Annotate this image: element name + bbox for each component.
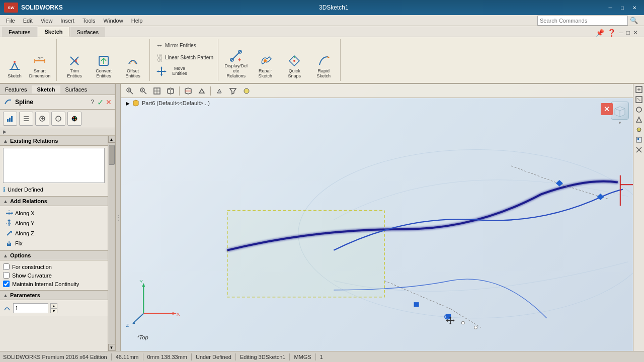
menu-edit[interactable]: Edit [19, 17, 37, 25]
right-btn-7[interactable] [634, 145, 643, 154]
tab-features-panel[interactable]: Features [0, 85, 32, 94]
tab-surfaces[interactable]: Surfaces [70, 27, 105, 37]
svg-point-3 [14, 61, 16, 63]
parameters-header[interactable]: ▲ Parameters [0, 290, 108, 300]
rapid-sketch-button[interactable]: Rapid Sketch [310, 52, 337, 80]
svg-marker-44 [12, 212, 13, 215]
sketch-canvas[interactable]: X Y Z *Top [121, 84, 633, 351]
maximize-button[interactable]: □ [617, 3, 628, 12]
right-panel [633, 84, 644, 351]
svg-line-108 [637, 98, 640, 101]
options-header[interactable]: ▲ Options [0, 250, 108, 260]
view-cube[interactable] [611, 102, 629, 120]
confirm-button[interactable]: ✓ [97, 98, 104, 107]
convert-entities-label: Convert Entities [92, 69, 116, 79]
param-icon [3, 304, 11, 312]
repair-sketch-button[interactable]: Repair Sketch [252, 52, 279, 80]
existing-relations-box[interactable] [3, 148, 105, 183]
panel-icon-list[interactable] [19, 112, 33, 126]
sw-logo-corner: ▼ [618, 121, 622, 125]
tab-sketch-panel[interactable]: Sketch [32, 85, 60, 94]
svg-marker-96 [173, 312, 177, 315]
scroll-up-arrow[interactable]: ▲ [108, 136, 115, 143]
tab-sketch[interactable]: Sketch [38, 27, 69, 37]
for-construction-checkbox[interactable] [3, 263, 10, 270]
svg-rect-0 [10, 69, 20, 70]
sketch-button[interactable]: Sketch [5, 57, 24, 80]
status-sep-4 [235, 353, 236, 360]
pin-icon: 📌 [596, 29, 604, 37]
offset-entities-button[interactable]: Offset Entities [119, 52, 146, 80]
menu-view[interactable]: View [37, 17, 57, 25]
right-btn-2[interactable] [634, 95, 643, 104]
menu-window[interactable]: Window [100, 17, 127, 25]
window-title: 3DSketch1 [319, 4, 349, 11]
right-btn-6[interactable] [634, 135, 643, 144]
smart-dimension-icon: dim [32, 53, 48, 69]
add-relations-header[interactable]: ▲ Add Relations [0, 196, 108, 206]
convert-entities-button[interactable]: Convert Entities [90, 52, 117, 80]
view-cube-area: ▼ [611, 102, 629, 125]
existing-relations-header[interactable]: ▲ Existing Relations [0, 136, 108, 146]
relation-along-z[interactable]: Along Z [3, 228, 105, 238]
right-btn-1[interactable] [634, 85, 643, 94]
tab-features[interactable]: Features [2, 27, 37, 37]
menu-tools[interactable]: Tools [78, 17, 100, 25]
trim-entities-icon [66, 53, 83, 69]
close-button[interactable]: ✕ [629, 3, 640, 12]
menu-insert[interactable]: Insert [56, 17, 78, 25]
along-z-icon [5, 229, 13, 237]
relation-fix[interactable]: Fix [3, 238, 105, 248]
svg-point-39 [73, 117, 74, 119]
scroll-down-arrow[interactable]: ▼ [108, 344, 115, 351]
right-btn-3[interactable] [634, 105, 643, 114]
ribbon-group-relations: Display/Delete Relations Repair Sketch [219, 39, 341, 81]
panel-icon-add[interactable] [35, 112, 49, 126]
parameter-row: ▲ ▼ [3, 302, 105, 314]
statusbar: SOLIDWORKS Premium 2016 x64 Edition 46.1… [0, 351, 644, 362]
status-sep-3 [191, 353, 192, 360]
right-btn-4[interactable] [634, 115, 643, 124]
parameters-content: ▲ ▼ [0, 300, 108, 316]
smart-dimension-button[interactable]: dim Smart Dimension [26, 52, 53, 80]
relation-along-y[interactable]: Along Y [3, 218, 105, 228]
mirror-entities-button[interactable]: ↔ Mirror Entities [154, 40, 198, 50]
ribbon-tabs: Features Sketch Surfaces 📌 ❓ ─ □ ✕ [0, 26, 644, 37]
panel-scrollbar[interactable]: ▲ ▼ [108, 136, 115, 351]
linear-sketch-pattern-button[interactable]: ░ Linear Sketch Pattern [154, 52, 215, 62]
right-btn-5[interactable] [634, 125, 643, 134]
panel-divider[interactable] [116, 84, 121, 351]
along-z-label: Along Z [15, 230, 34, 236]
param-up-button[interactable]: ▲ [50, 303, 57, 308]
panel-icon-color[interactable] [67, 112, 82, 126]
quick-snaps-button[interactable]: Quick Snaps [281, 52, 308, 80]
scroll-thumb[interactable] [109, 145, 115, 165]
display-delete-relations-icon [228, 48, 244, 64]
svg-line-52 [7, 243, 8, 244]
help-button[interactable]: ? [91, 99, 94, 106]
menu-help[interactable]: Help [127, 17, 147, 25]
cancel-button[interactable]: ✕ [106, 98, 112, 106]
maintain-internal-checkbox[interactable] [3, 281, 10, 287]
svg-rect-78 [556, 180, 563, 187]
show-curvature-checkbox[interactable] [3, 272, 10, 279]
search-commands-input[interactable] [537, 16, 628, 26]
feature-tabs: Features Sketch Surfaces [0, 84, 115, 95]
panel-icon-properties[interactable]: i [51, 112, 65, 126]
param-down-button[interactable]: ▼ [50, 308, 57, 313]
trim-entities-button[interactable]: Trim Entities [61, 52, 88, 80]
move-entities-button[interactable]: Move Entities [154, 64, 194, 78]
minimize-button[interactable]: ─ [605, 3, 616, 12]
canvas-close-button[interactable]: ✕ [601, 103, 613, 115]
panel-icon-chart[interactable] [3, 112, 17, 126]
relation-along-x[interactable]: Along X [3, 208, 105, 218]
canvas-close-icon: ✕ [604, 105, 610, 113]
add-relations-content: Along X Along Y [0, 206, 108, 250]
display-delete-relations-button[interactable]: Display/Delete Relations [222, 47, 250, 80]
parameter-input[interactable] [13, 303, 48, 313]
tab-surfaces-panel[interactable]: Surfaces [60, 85, 92, 94]
existing-relations-arrow: ▲ [3, 138, 8, 144]
menu-file[interactable]: File [2, 17, 19, 25]
canvas-area[interactable]: ▶ Part6 (Default<<Default>...) [121, 84, 633, 351]
svg-point-40 [75, 117, 76, 119]
